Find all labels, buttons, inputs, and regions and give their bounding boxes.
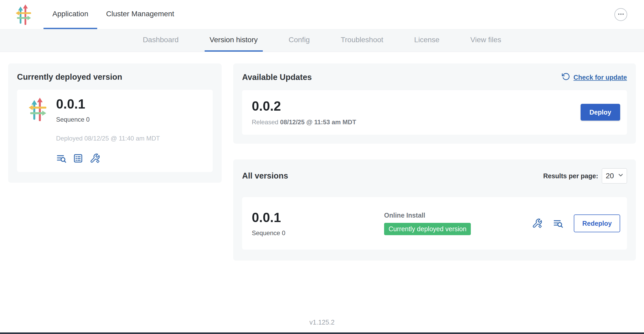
released-date: 08/12/25 @ 11:53 am MDT bbox=[280, 118, 356, 126]
deployed-sequence: Sequence 0 bbox=[56, 116, 160, 123]
app-logo-icon bbox=[15, 3, 32, 26]
deployed-status-badge: Currently deployed version bbox=[384, 223, 471, 235]
results-per-page-label: Results per page: bbox=[543, 172, 598, 180]
deployed-actions bbox=[56, 153, 160, 164]
check-for-update-label: Check for update bbox=[574, 74, 627, 81]
version-row-details: 0.0.1 Sequence 0 bbox=[252, 210, 384, 237]
app-header: Application Cluster Management bbox=[0, 0, 644, 29]
tab-troubleshoot[interactable]: Troubleshoot bbox=[336, 29, 388, 52]
deployed-timestamp: Deployed 08/12/25 @ 11:40 am MDT bbox=[56, 135, 160, 142]
deployed-card-title: Currently deployed version bbox=[17, 72, 213, 82]
all-versions-card: All versions Results per page: 20 bbox=[233, 159, 636, 261]
logs-search-icon bbox=[553, 218, 563, 229]
wrench-gear-icon bbox=[532, 218, 542, 229]
edit-deploy-settings-button[interactable] bbox=[90, 153, 100, 164]
row-view-logs-button[interactable] bbox=[553, 218, 563, 229]
update-details: 0.0.2 Released 08/12/25 @ 11:53 am MDT bbox=[252, 99, 356, 126]
bottom-edge-bar bbox=[0, 332, 644, 334]
chevron-down-icon bbox=[617, 172, 624, 180]
header-right bbox=[614, 0, 644, 29]
tab-application[interactable]: Application bbox=[43, 0, 97, 29]
logs-search-icon bbox=[56, 153, 67, 164]
version-row: 0.0.1 Sequence 0 Online Install Currentl… bbox=[242, 197, 627, 250]
all-versions-title: All versions bbox=[242, 171, 288, 181]
deployed-version-number: 0.0.1 bbox=[56, 96, 160, 112]
ellipsis-icon bbox=[617, 10, 625, 19]
tab-config[interactable]: Config bbox=[284, 29, 315, 52]
version-row-actions: Redeploy bbox=[532, 214, 620, 232]
update-row: 0.0.2 Released 08/12/25 @ 11:53 am MDT D… bbox=[242, 90, 627, 135]
available-updates-title: Available Updates bbox=[242, 73, 312, 82]
row-edit-deploy-settings-button[interactable] bbox=[532, 218, 542, 229]
deploy-button[interactable]: Deploy bbox=[581, 104, 620, 121]
view-config-button[interactable] bbox=[73, 153, 83, 164]
tab-version-history[interactable]: Version history bbox=[205, 29, 263, 52]
tab-license[interactable]: License bbox=[409, 29, 445, 52]
version-row-number: 0.0.1 bbox=[252, 210, 384, 225]
check-for-update-link[interactable]: Check for update bbox=[562, 72, 627, 82]
deployed-version-panel: 0.0.1 Sequence 0 Deployed 08/12/25 @ 11:… bbox=[17, 90, 213, 172]
tab-view-files[interactable]: View files bbox=[465, 29, 506, 52]
app-subnav: Dashboard Version history Config Trouble… bbox=[0, 29, 644, 52]
console-version: v1.125.2 bbox=[0, 319, 644, 332]
available-updates-card: Available Updates Check for update 0.0.2 bbox=[233, 63, 636, 144]
checklist-icon bbox=[73, 153, 83, 164]
install-type-label: Online Install bbox=[384, 212, 471, 219]
all-versions-header: All versions Results per page: 20 bbox=[242, 168, 627, 184]
available-updates-header: Available Updates Check for update bbox=[242, 72, 627, 82]
refresh-icon bbox=[562, 72, 570, 82]
deployed-version-card: Currently deployed version 0.0.1 Sequenc… bbox=[8, 63, 222, 183]
released-prefix: Released bbox=[252, 118, 278, 126]
results-per-page-value: 20 bbox=[606, 172, 614, 180]
version-row-status: Online Install Currently deployed versio… bbox=[384, 212, 471, 235]
tab-dashboard[interactable]: Dashboard bbox=[138, 29, 184, 52]
app-logo[interactable] bbox=[15, 0, 32, 29]
results-per-page: Results per page: 20 bbox=[543, 168, 627, 184]
header-tabs: Application Cluster Management bbox=[43, 0, 183, 29]
update-version-number: 0.0.2 bbox=[252, 99, 356, 114]
update-released-line: Released 08/12/25 @ 11:53 am MDT bbox=[252, 118, 356, 126]
right-column: Available Updates Check for update 0.0.2 bbox=[233, 63, 636, 261]
redeploy-button[interactable]: Redeploy bbox=[574, 214, 620, 232]
more-options-button[interactable] bbox=[614, 8, 627, 21]
app-version-icon bbox=[25, 96, 50, 164]
wrench-gear-icon bbox=[90, 153, 100, 164]
tab-cluster-management[interactable]: Cluster Management bbox=[97, 0, 183, 29]
view-logs-button[interactable] bbox=[56, 153, 67, 164]
version-row-sequence: Sequence 0 bbox=[252, 229, 384, 237]
results-per-page-select[interactable]: 20 bbox=[602, 168, 627, 184]
main-content: Currently deployed version 0.0.1 Sequenc… bbox=[0, 52, 644, 319]
deployed-version-details: 0.0.1 Sequence 0 Deployed 08/12/25 @ 11:… bbox=[56, 96, 160, 164]
